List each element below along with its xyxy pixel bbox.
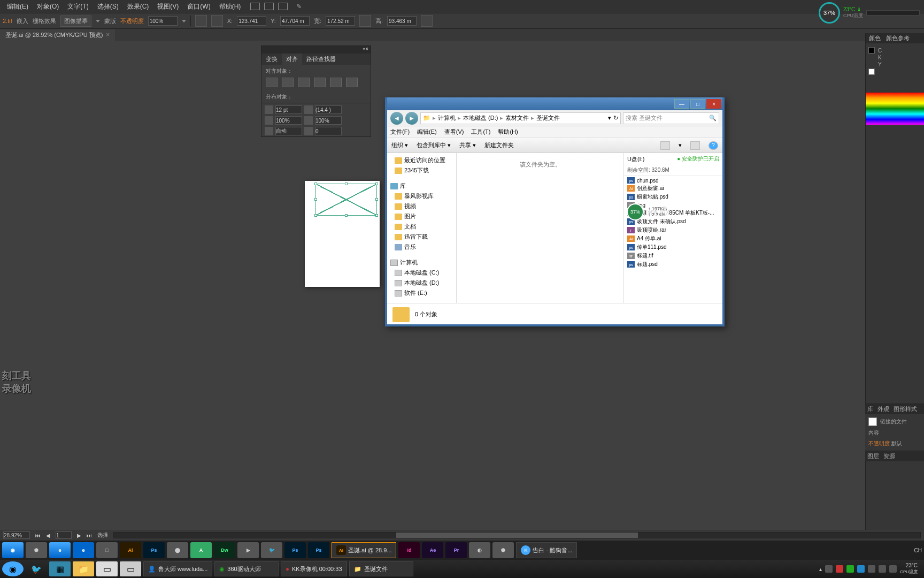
handle-bot-left[interactable] — [314, 214, 317, 217]
tab-appearance[interactable]: 外观 — [877, 405, 889, 413]
sidebar-baofeng[interactable]: 暴风影视库 — [387, 191, 456, 201]
stroke-swatch[interactable] — [868, 69, 875, 75]
task-kugou[interactable]: K告白 - 酷狗音... — [516, 542, 577, 558]
task-folder[interactable]: 📁圣诞文件 — [349, 561, 413, 576]
tracking-input[interactable] — [315, 127, 342, 135]
handle-mid-right[interactable] — [375, 198, 378, 201]
maximize-button[interactable]: □ — [690, 99, 705, 109]
app-icon[interactable]: ⬢ — [492, 542, 514, 558]
hscale-input[interactable] — [275, 116, 302, 125]
align-modes-icon[interactable] — [195, 15, 207, 27]
layout-icon-3[interactable] — [278, 3, 288, 10]
explorer-window[interactable]: — □ × ◄ ► 📁 ▸ 计算机 ▸ 本地磁盘 (D:) ▸ 素材文件 ▸ 圣… — [385, 97, 725, 326]
app-icon[interactable]: ▦ — [49, 561, 71, 576]
tray-icon[interactable] — [836, 565, 843, 573]
zoom-input[interactable] — [3, 531, 30, 539]
menu-help[interactable]: 帮助(H) — [498, 128, 518, 136]
preview-pane-icon[interactable] — [690, 141, 700, 150]
menu-window[interactable]: 窗口(W) — [183, 2, 214, 11]
tray-icon[interactable] — [868, 565, 875, 573]
sidebar-recent[interactable]: 最近访问的位置 — [387, 155, 456, 165]
sidebar-computer[interactable]: 计算机 — [387, 257, 456, 268]
brush-icon[interactable]: ✎ — [292, 3, 306, 10]
crumb-d[interactable]: 本地磁盘 (D:) — [463, 114, 498, 122]
menu-view[interactable]: 查看(V) — [444, 128, 464, 136]
file-item[interactable]: ps传单111.psd — [624, 243, 722, 252]
fill-swatch[interactable] — [868, 47, 875, 54]
opacity-dropdown-icon[interactable] — [182, 20, 186, 22]
forward-button[interactable]: ► — [405, 112, 418, 125]
close-button[interactable]: × — [706, 99, 721, 109]
tray-up-icon[interactable]: ▴ — [819, 566, 822, 572]
photoshop-icon[interactable]: Ps — [284, 542, 306, 558]
tab-pathfinder[interactable]: 路径查找器 — [302, 54, 340, 65]
nav-next-icon[interactable]: ▶ — [77, 533, 81, 538]
link-wh-icon[interactable] — [359, 15, 371, 27]
ie-icon[interactable]: e — [49, 542, 71, 558]
task-ludashi[interactable]: 👤鲁大师 www.luda... — [143, 561, 212, 576]
app-icon[interactable]: □ — [96, 542, 118, 558]
mask-button[interactable]: 蒙版 — [104, 17, 116, 25]
task-360driver[interactable]: ◉360驱动大师 — [214, 561, 279, 576]
explorer-main[interactable]: 该文件夹为空。 — [457, 153, 623, 303]
align-vcenter-icon[interactable] — [330, 78, 342, 87]
task-kkrecorder[interactable]: ●KK录像机 00:00:33 — [281, 561, 346, 576]
w-input[interactable] — [326, 16, 355, 26]
dreamweaver-icon[interactable]: Dw — [214, 542, 235, 558]
constrain-icon[interactable] — [421, 15, 433, 27]
handle-top-right[interactable] — [375, 182, 378, 185]
app-icon[interactable]: 🐦 — [26, 561, 47, 576]
nav-prev-icon[interactable]: ◀ — [46, 533, 50, 538]
menu-select[interactable]: 选择(S) — [93, 2, 123, 11]
file-item[interactable]: AiA4 传单.ai — [624, 234, 722, 243]
refresh-icon[interactable]: ↻ — [613, 115, 618, 121]
layout-icon-2[interactable] — [264, 3, 274, 10]
tab-transform[interactable]: 变换 — [261, 54, 282, 65]
tray-icon[interactable] — [846, 565, 854, 573]
new-folder-button[interactable]: 新建文件夹 — [484, 141, 514, 149]
sidebar-xunlei[interactable]: 迅雷下载 — [387, 232, 456, 242]
file-item[interactable]: tif标题.tif — [624, 252, 722, 260]
close-tab-icon[interactable]: × — [106, 31, 110, 39]
tray-icon[interactable] — [879, 565, 886, 573]
sidebar-documents[interactable]: 文档 — [387, 222, 456, 232]
leading-input[interactable] — [315, 105, 342, 114]
help-icon[interactable]: ? — [709, 141, 718, 150]
aftereffects-icon[interactable]: Ae — [422, 542, 443, 558]
app-icon[interactable]: ▶ — [237, 542, 259, 558]
y-input[interactable] — [280, 16, 310, 26]
app-icon[interactable]: ▭ — [120, 561, 141, 576]
handle-bot-mid[interactable] — [345, 214, 348, 217]
cpu-widget[interactable]: 37% 23°C 🌡 CPU温度 — [819, 2, 920, 24]
tray-icon[interactable] — [857, 565, 865, 573]
menu-object[interactable]: 对象(O) — [33, 2, 63, 11]
align-right-icon[interactable] — [298, 78, 310, 87]
tab-align[interactable]: 对齐 — [282, 54, 302, 65]
document-tab[interactable]: 圣诞.ai @ 28.92% (CMYK/GPU 预览) × — [0, 29, 115, 41]
crumb-computer[interactable]: 计算机 — [438, 114, 456, 122]
view-mode-icon[interactable] — [660, 141, 670, 150]
breadcrumb[interactable]: 📁 ▸ 计算机 ▸ 本地磁盘 (D:) ▸ 素材文件 ▸ 圣诞文件 ▾ ↻ — [420, 112, 621, 124]
photoshop-icon[interactable]: Ps — [143, 542, 165, 558]
h-input[interactable] — [387, 16, 417, 26]
sidebar-video[interactable]: 视频 — [387, 201, 456, 211]
include-library-button[interactable]: 包含到库中 ▾ — [417, 141, 451, 149]
network-overlay[interactable]: 37% ↑ 197K/s ↓ 2.7K/s — [627, 203, 669, 220]
handle-top-mid[interactable] — [345, 182, 348, 185]
minimize-button[interactable]: — — [674, 99, 689, 109]
tab-graphicstyles[interactable]: 图形样式 — [894, 405, 917, 413]
nav-first-icon[interactable]: ⏮ — [35, 533, 41, 538]
image-trace-button[interactable]: 图像描摹 — [60, 16, 91, 27]
task-illustrator[interactable]: Ai圣诞.ai @ 28.9... — [332, 542, 396, 558]
organize-button[interactable]: 组织 ▾ — [391, 141, 408, 149]
kerning-input[interactable] — [275, 127, 302, 135]
panel-titlebar[interactable]: « × — [261, 46, 371, 54]
horizontal-scrollbar[interactable] — [113, 532, 921, 538]
linked-file-name[interactable]: 2.tif — [3, 18, 12, 24]
back-button[interactable]: ◄ — [390, 112, 403, 125]
sidebar-drive-e[interactable]: 软件 (E:) — [387, 288, 456, 298]
menu-type[interactable]: 文字(T) — [63, 2, 93, 11]
tab-color[interactable]: 颜色 — [869, 34, 881, 42]
tab-libraries[interactable]: 库 — [867, 405, 873, 413]
sidebar-drive-d[interactable]: 本地磁盘 (D:) — [387, 278, 456, 288]
